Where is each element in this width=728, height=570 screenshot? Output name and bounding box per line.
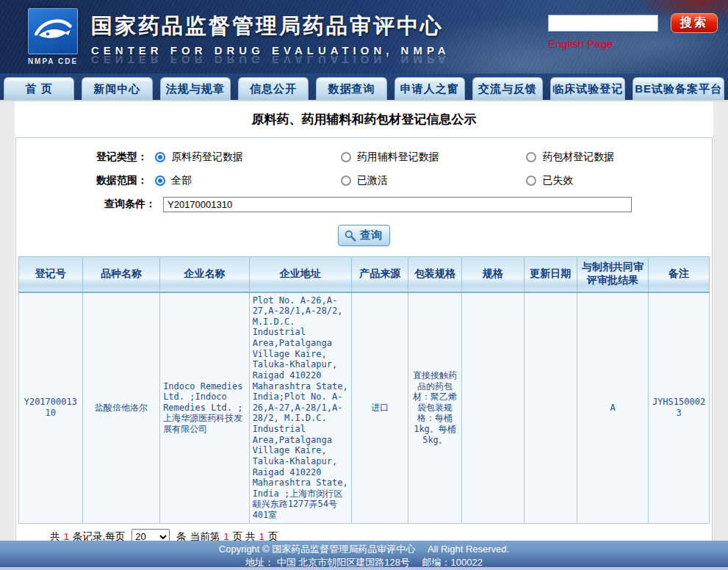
nmpa-cde-logo (28, 8, 78, 54)
cde-eye-logo-icon (32, 14, 73, 49)
nav-tab-news[interactable]: 新闻中心 (82, 77, 152, 100)
nav-tab-info-disclosure[interactable]: 信息公开 (238, 77, 309, 100)
registration-results-table: 登记号 品种名称 企业名称 企业地址 产品来源 包装规格 规格 更新日期 与制剂… (18, 256, 710, 524)
col-header-product-source: 产品来源 (352, 257, 408, 292)
radio-label: 已激活 (357, 174, 388, 187)
button-row: 查询 (16, 216, 712, 255)
data-scope-label: 数据范围： (16, 174, 155, 187)
radio-unselected-icon[interactable] (526, 152, 536, 162)
cell-reg-no: Y20170001310 (19, 292, 83, 524)
nav-tab-data-query[interactable]: 数据查询 (316, 77, 386, 100)
col-header-company-address: 企业地址 (249, 257, 351, 292)
radio-option-all[interactable]: 全部 (155, 174, 341, 187)
col-header-reg-no: 登记号 (19, 257, 83, 292)
col-header-joint-review-result: 与制剂共同审评审批结果 (577, 257, 649, 292)
radio-option-api-data[interactable]: 原料药登记数据 (155, 151, 341, 164)
main-navigation: 首 页 新闻中心 法规与规章 信息公开 数据查询 申请人之窗 交流与反馈 临床试… (0, 73, 728, 101)
content-panel: 原料药、药用辅料和药包材登记信息公示 登记类型： 原料药登记数据 药用辅料登记数… (15, 101, 713, 570)
logo-caption: NMPA CDE (25, 57, 81, 65)
cell-spec (461, 292, 524, 524)
nav-tab-feedback[interactable]: 交流与反馈 (472, 77, 543, 100)
radio-selected-icon[interactable] (155, 152, 165, 162)
cell-joint-review-result: A (577, 292, 649, 524)
radio-label: 已失效 (542, 174, 573, 187)
site-title-chinese: 国家药品监督管理局药品审评中心 (91, 12, 450, 41)
cell-variety-name: 盐酸倍他洛尔 (82, 292, 159, 524)
footer-band: Copyright © 国家药品监督管理局药品审评中心 All Right Re… (0, 541, 728, 567)
query-button-label: 查询 (360, 228, 382, 242)
site-title-english-reflection: CENTER FOR DRUG EVALUATION, NMPA (91, 54, 450, 66)
english-page-link[interactable]: English Page (548, 37, 613, 50)
main-area: 原料药、药用辅料和药包材登记信息公示 登记类型： 原料药登记数据 药用辅料登记数… (0, 101, 728, 570)
site-header: NMPA CDE 国家药品监督管理局药品审评中心 CENTER FOR DRUG… (0, 0, 728, 73)
cell-packaging-spec: 直接接触药品的药包材：聚乙烯袋包装规格：每桶1kg。每桶5kg。 (408, 292, 462, 524)
radio-option-expired[interactable]: 已失效 (526, 174, 712, 187)
col-header-update-date: 更新日期 (524, 257, 577, 292)
radio-label: 药包材登记数据 (542, 151, 614, 164)
form-row-data-scope: 数据范围： 全部 已激活 已失效 (16, 169, 712, 192)
cell-remark: JYHS1500023 (649, 292, 710, 524)
reg-type-label: 登记类型： (16, 151, 155, 164)
radio-label: 药用辅料登记数据 (357, 151, 439, 164)
col-header-packaging-spec: 包装规格 (408, 257, 462, 292)
cell-company-name: Indoco Remedies Ltd. ;Indoco Remedies Lt… (160, 292, 250, 524)
radio-option-excipient-data[interactable]: 药用辅料登记数据 (341, 151, 527, 164)
nav-tab-regulations[interactable]: 法规与规章 (160, 77, 231, 100)
header-search-button[interactable]: 搜索 (671, 13, 718, 33)
query-condition-label: 查询条件： (16, 198, 163, 211)
nav-tab-applicant-window[interactable]: 申请人之窗 (394, 77, 465, 100)
cell-update-date (524, 292, 577, 524)
site-footer: Copyright © 国家药品监督管理局药品审评中心 All Right Re… (0, 541, 728, 570)
nav-tab-be-platform[interactable]: BE试验备案平台 (633, 77, 724, 100)
col-header-remark: 备注 (649, 257, 710, 292)
magnifier-icon (344, 229, 356, 242)
nav-tab-clinical-trial-reg[interactable]: 临床试验登记 (550, 77, 625, 100)
table-header-row: 登记号 品种名称 企业名称 企业地址 产品来源 包装规格 规格 更新日期 与制剂… (19, 257, 710, 292)
form-row-reg-type: 登记类型： 原料药登记数据 药用辅料登记数据 药包材登记数据 (16, 145, 712, 169)
footer-copyright: Copyright © 国家药品监督管理局药品审评中心 All Right Re… (0, 543, 728, 556)
nav-tab-home[interactable]: 首 页 (4, 77, 74, 100)
query-and-results-box: 登记类型： 原料药登记数据 药用辅料登记数据 药包材登记数据 (15, 137, 713, 570)
header-search-area: 搜索 English Page (548, 13, 718, 51)
table-row: Y20170001310 盐酸倍他洛尔 Indoco Remedies Ltd.… (19, 292, 710, 524)
col-header-variety-name: 品种名称 (82, 257, 159, 292)
query-submit-button[interactable]: 查询 (338, 225, 390, 246)
header-search-input[interactable] (548, 15, 658, 32)
radio-unselected-icon[interactable] (341, 176, 351, 186)
radio-label: 全部 (171, 174, 192, 187)
page-title: 原料药、药用辅料和药包材登记信息公示 (15, 111, 713, 137)
site-titles: 国家药品监督管理局药品审评中心 CENTER FOR DRUG EVALUATI… (91, 12, 450, 66)
radio-unselected-icon[interactable] (526, 176, 536, 186)
radio-label: 原料药登记数据 (171, 151, 243, 164)
radio-selected-icon[interactable] (155, 176, 165, 186)
radio-option-activated[interactable]: 已激活 (341, 174, 527, 187)
col-header-spec: 规格 (461, 257, 524, 292)
form-row-query-condition: 查询条件： (16, 192, 712, 216)
query-form: 登记类型： 原料药登记数据 药用辅料登记数据 药包材登记数据 (16, 138, 712, 256)
cell-company-address: Plot No. A-26,A-27,A-28/1,A-28/2, M.I.D.… (249, 292, 351, 524)
col-header-company-name: 企业名称 (160, 257, 250, 292)
query-condition-input[interactable] (163, 197, 632, 212)
radio-unselected-icon[interactable] (341, 152, 351, 162)
radio-option-packaging-data[interactable]: 药包材登记数据 (526, 151, 712, 164)
cell-product-source: 进口 (352, 292, 408, 524)
